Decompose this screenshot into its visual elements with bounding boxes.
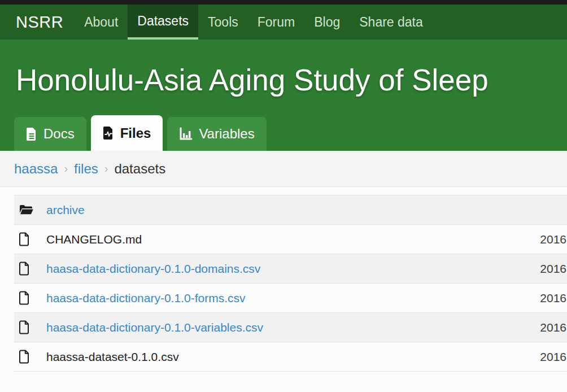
tab-label: Docs bbox=[43, 126, 75, 142]
table-row[interactable]: haasa-data-dictionary-0.1.0-forms.csv 20… bbox=[14, 284, 567, 313]
file-icon bbox=[19, 232, 45, 246]
chart-column-icon bbox=[179, 127, 193, 141]
tab-files[interactable]: Files bbox=[91, 115, 163, 151]
file-date: 2016 bbox=[509, 254, 567, 284]
browser-top-strip bbox=[0, 0, 567, 5]
tab-docs[interactable]: Docs bbox=[14, 117, 86, 151]
breadcrumb-haassa[interactable]: haassa bbox=[14, 161, 58, 177]
table-row[interactable]: haasa-data-dictionary-0.1.0-variables.cs… bbox=[14, 313, 567, 342]
nav-item-forum[interactable]: Forum bbox=[248, 5, 304, 40]
breadcrumb-current: datasets bbox=[114, 161, 165, 177]
file-date: 2016 bbox=[509, 313, 567, 342]
table-row[interactable]: archive bbox=[14, 195, 567, 225]
file-table: archive CHANGELOG.md 2016 bbox=[14, 195, 567, 372]
file-link[interactable]: haasa-data-dictionary-0.1.0-domains.csv bbox=[46, 262, 260, 275]
file-waveform-icon bbox=[103, 126, 114, 140]
nav-item-about[interactable]: About bbox=[75, 5, 128, 40]
file-date: 2016 bbox=[509, 225, 567, 254]
breadcrumb-separator: › bbox=[104, 162, 108, 175]
table-row[interactable]: CHANGELOG.md 2016 bbox=[14, 225, 567, 254]
tab-variables[interactable]: Variables bbox=[167, 117, 266, 151]
breadcrumb-files[interactable]: files bbox=[74, 161, 98, 177]
nav-item-tools[interactable]: Tools bbox=[198, 5, 248, 40]
file-date: 2016 bbox=[509, 342, 567, 372]
dataset-header: Honolulu-Asia Aging Study of Sleep Docs bbox=[0, 40, 567, 151]
nav-item-share-data[interactable]: Share data bbox=[350, 5, 433, 40]
breadcrumb-separator: › bbox=[64, 162, 68, 175]
folder-link[interactable]: archive bbox=[46, 203, 85, 216]
nsrr-logo[interactable]: NSRR bbox=[16, 5, 63, 40]
main-navbar: NSRR About Datasets Tools Forum Blog Sha… bbox=[0, 5, 567, 40]
file-icon bbox=[19, 262, 45, 276]
page-title: Honolulu-Asia Aging Study of Sleep bbox=[0, 40, 567, 97]
file-icon bbox=[19, 291, 45, 305]
dataset-tabs: Docs Files Variables bbox=[14, 115, 267, 151]
nav-item-datasets[interactable]: Datasets bbox=[128, 5, 198, 40]
tab-label: Files bbox=[120, 125, 151, 141]
tab-label: Variables bbox=[199, 126, 254, 142]
file-icon bbox=[19, 320, 45, 334]
breadcrumb: haassa › files › datasets bbox=[0, 151, 567, 187]
table-row[interactable]: haassa-dataset-0.1.0.csv 2016 bbox=[14, 342, 567, 372]
file-date: 2016 bbox=[509, 284, 567, 313]
table-row[interactable]: haasa-data-dictionary-0.1.0-domains.csv … bbox=[14, 254, 567, 284]
file-name: haassa-dataset-0.1.0.csv bbox=[46, 350, 179, 363]
file-browser: archive CHANGELOG.md 2016 bbox=[0, 195, 567, 372]
file-name: CHANGELOG.md bbox=[46, 233, 142, 246]
file-link[interactable]: haasa-data-dictionary-0.1.0-forms.csv bbox=[46, 291, 245, 304]
nav-item-blog[interactable]: Blog bbox=[304, 5, 350, 40]
folder-open-icon bbox=[19, 204, 45, 216]
file-date bbox=[509, 195, 567, 225]
file-icon bbox=[19, 350, 45, 364]
file-lines-icon bbox=[26, 127, 37, 141]
file-link[interactable]: haasa-data-dictionary-0.1.0-variables.cs… bbox=[46, 321, 263, 334]
